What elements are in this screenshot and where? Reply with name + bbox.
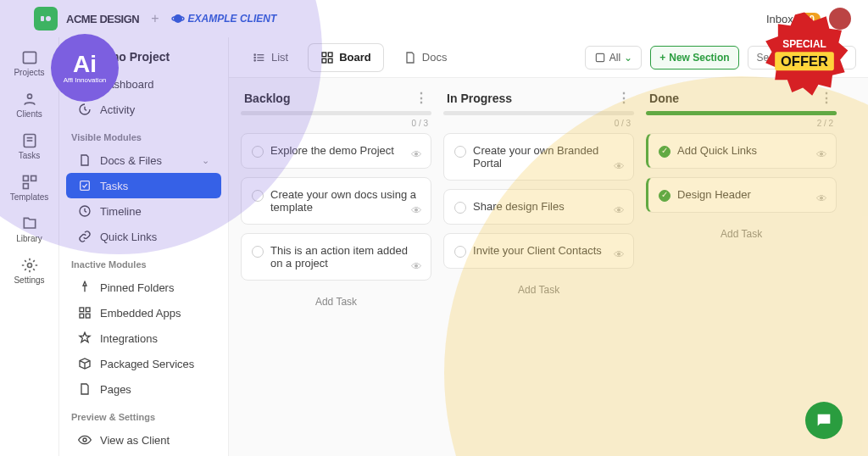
checkbox-icon[interactable] [659,146,670,158]
checkbox-icon[interactable] [454,246,466,258]
svg-rect-34 [329,58,333,63]
column-count: 2 / 2 [646,119,837,133]
eye-icon: 👁 [411,204,422,217]
section-preview: Preview & Settings [59,403,228,425]
sidebar-integrations[interactable]: Integrations [66,325,221,351]
eye-icon: 👁 [411,148,422,161]
section-inactive: Inactive Modules [59,251,228,273]
svg-rect-35 [596,53,604,61]
column-backlog: Backlog⋮ 0 / 3 Explore the demo Project👁… [241,90,431,444]
rail-projects[interactable]: Projects [0,44,58,82]
column-title: In Progress [447,92,512,105]
column-count: 0 / 3 [443,119,634,133]
column-progress [646,111,837,115]
task-card[interactable]: Add Quick Links👁 [646,133,837,169]
kanban-board: Backlog⋮ 0 / 3 Explore the demo Project👁… [229,78,868,456]
column-menu[interactable]: ⋮ [617,90,631,106]
svg-point-28 [254,54,255,55]
add-task-button[interactable]: Add Task [646,221,837,247]
svg-rect-20 [80,308,84,312]
column-progress [443,111,634,115]
nav-rail: Projects Clients Tasks Templates Library… [0,37,59,456]
sidebar-quick-links[interactable]: Quick Links [66,224,221,249]
svg-point-9 [27,94,31,98]
rail-library[interactable]: Library [0,210,58,248]
task-card[interactable]: Invite your Client Contacts👁 [443,233,634,269]
svg-rect-17 [81,181,90,191]
eye-icon: 👁 [816,148,827,161]
svg-rect-23 [86,314,90,318]
svg-rect-14 [31,176,36,181]
chat-fab[interactable] [805,402,843,439]
tab-board[interactable]: Board [309,44,383,71]
column-in-progress: In Progress⋮ 0 / 3 Create your own Brand… [443,90,634,444]
column-progress [241,111,431,115]
topbar: ACME DESIGN + EXAMPLE CLIENT Inbox 10 [0,0,868,37]
tab-list[interactable]: List [241,44,300,71]
sidebar-tasks[interactable]: Tasks [66,173,221,198]
svg-point-16 [27,264,31,268]
chevron-down-icon: ⌄ [624,52,632,64]
add-task-button[interactable]: Add Task [241,289,431,314]
app-logo[interactable] [34,7,58,31]
checkbox-icon[interactable] [454,202,466,214]
svg-point-5 [46,16,51,21]
sidebar-pages[interactable]: Pages [66,376,221,402]
svg-point-6 [174,14,182,23]
svg-rect-4 [41,16,44,21]
filter-all[interactable]: All ⌄ [585,46,642,70]
sidebar-pinned-folders[interactable]: Pinned Folders [66,275,221,300]
task-card[interactable]: This is an action item added on a projec… [241,233,431,281]
rail-tasks[interactable]: Tasks [0,127,58,165]
svg-text:SPECIAL: SPECIAL [782,38,826,50]
svg-rect-22 [80,314,84,318]
svg-rect-32 [329,53,333,57]
svg-point-24 [83,438,86,442]
task-card[interactable]: Design Header👁 [646,177,837,213]
checkbox-icon[interactable] [659,190,670,202]
task-card[interactable]: Create your own docs using a template👁 [241,177,431,225]
task-card[interactable]: Explore the demo Project👁 [241,133,431,169]
svg-rect-8 [23,52,36,63]
svg-point-29 [254,57,255,58]
brand-plus: + [151,11,159,26]
svg-point-30 [254,59,255,60]
section-visible: Visible Modules [59,124,228,146]
rail-clients[interactable]: Clients [0,86,58,124]
checkbox-icon[interactable] [252,190,264,202]
task-card[interactable]: Create your own Branded Portal👁 [443,133,634,181]
sidebar-packaged-services[interactable]: Packaged Services [66,351,221,376]
rail-settings[interactable]: Settings [0,252,58,290]
sidebar-view-as-client[interactable]: View as Client [66,427,221,453]
eye-icon: 👁 [614,160,625,173]
ai-badge: Ai Affi Innovation [51,34,119,102]
column-title: Done [649,92,679,105]
svg-rect-31 [322,53,326,57]
column-menu[interactable]: ⋮ [415,90,428,106]
column-done: Done⋮ 2 / 2 Add Quick Links👁 Design Head… [646,90,837,444]
rail-templates[interactable]: Templates [0,169,58,207]
column-count: 0 / 3 [241,119,431,133]
checkbox-icon[interactable] [454,146,466,158]
svg-text:OFFER: OFFER [781,53,828,69]
svg-rect-13 [23,176,28,181]
eye-icon: 👁 [411,260,422,273]
new-section-button[interactable]: + New Section [650,46,738,70]
special-offer-badge: SPECIAL OFFER [758,8,851,102]
eye-icon: 👁 [614,248,625,261]
plus-icon: + [659,52,665,64]
checkbox-icon[interactable] [252,146,264,158]
task-card[interactable]: Share design Files👁 [443,189,634,225]
sidebar-embedded-apps[interactable]: Embedded Apps [66,300,221,325]
svg-rect-21 [86,308,90,312]
chevron-down-icon: ⌄ [202,155,209,166]
sidebar-timeline[interactable]: Timeline [66,198,221,224]
column-title: Backlog [244,92,290,105]
brand-client: EXAMPLE CLIENT [171,12,277,25]
checkbox-icon[interactable] [252,246,264,258]
add-task-button[interactable]: Add Task [443,277,634,303]
eye-icon: 👁 [816,192,827,205]
tab-docs[interactable]: Docs [392,44,459,71]
brand-acme: ACME DESIGN [66,13,139,25]
sidebar-docs-files[interactable]: Docs & Files⌄ [66,147,221,173]
